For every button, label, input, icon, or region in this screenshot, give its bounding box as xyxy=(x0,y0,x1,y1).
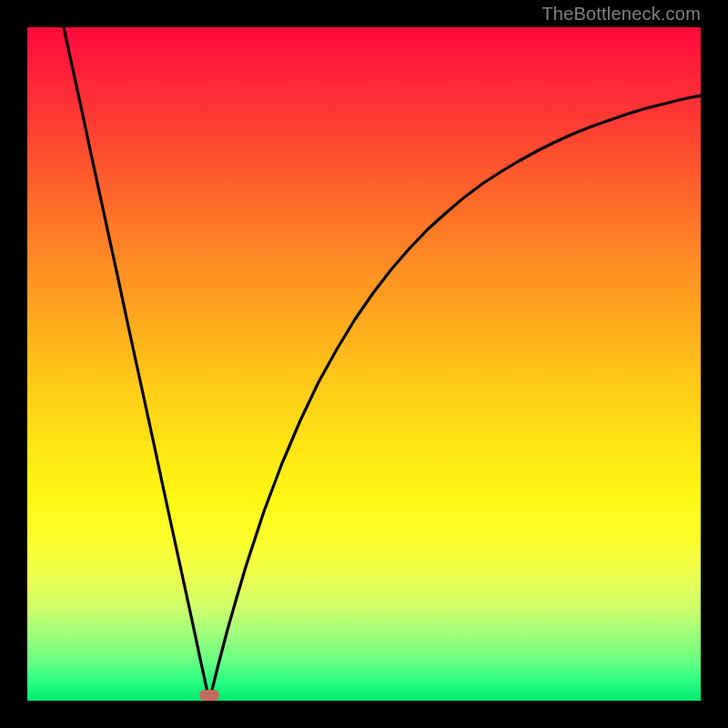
plot-area xyxy=(27,27,701,701)
optimal-marker xyxy=(199,690,219,701)
watermark-text: TheBottleneck.com xyxy=(541,4,701,25)
bottleneck-curve xyxy=(27,27,701,701)
